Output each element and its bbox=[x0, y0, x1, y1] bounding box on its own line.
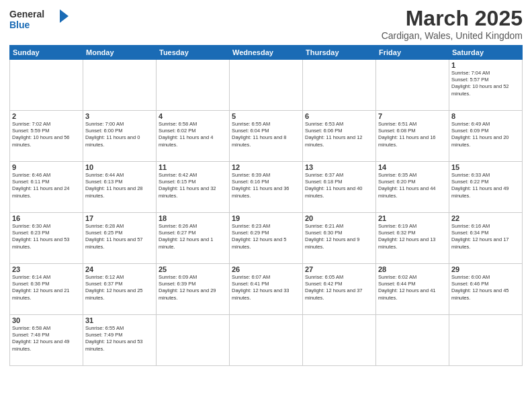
day-17: 17 Sunrise: 6:28 AMSunset: 6:25 PMDaylig… bbox=[83, 213, 157, 264]
day-2: 2 Sunrise: 7:02 AMSunset: 5:59 PMDayligh… bbox=[10, 111, 83, 162]
subtitle: Cardigan, Wales, United Kingdom bbox=[382, 30, 523, 41]
table-row: 30 Sunrise: 6:58 AMSunset: 7:48 PMDaylig… bbox=[10, 315, 523, 366]
header-friday: Friday bbox=[376, 46, 449, 60]
empty-cell bbox=[157, 315, 230, 366]
svg-marker-2 bbox=[60, 9, 69, 23]
empty-cell bbox=[230, 315, 303, 366]
header-wednesday: Wednesday bbox=[230, 46, 303, 60]
header-sunday: Sunday bbox=[10, 46, 83, 60]
empty-cell bbox=[303, 315, 376, 366]
day-15: 15 Sunrise: 6:33 AMSunset: 6:22 PMDaylig… bbox=[449, 162, 523, 213]
day-19: 19 Sunrise: 6:23 AMSunset: 6:29 PMDaylig… bbox=[230, 213, 303, 264]
calendar: Sunday Monday Tuesday Wednesday Thursday… bbox=[9, 45, 523, 366]
empty-cell bbox=[230, 60, 303, 111]
day-7: 7 Sunrise: 6:51 AMSunset: 6:08 PMDayligh… bbox=[376, 111, 449, 162]
day-13: 13 Sunrise: 6:37 AMSunset: 6:18 PMDaylig… bbox=[303, 162, 376, 213]
empty-cell bbox=[157, 60, 230, 111]
day-10: 10 Sunrise: 6:44 AMSunset: 6:13 PMDaylig… bbox=[83, 162, 157, 213]
day-16: 16 Sunrise: 6:30 AMSunset: 6:23 PMDaylig… bbox=[10, 213, 83, 264]
day-30: 30 Sunrise: 6:58 AMSunset: 7:48 PMDaylig… bbox=[10, 315, 83, 366]
day-25: 25 Sunrise: 6:09 AMSunset: 6:39 PMDaylig… bbox=[157, 264, 230, 315]
empty-cell bbox=[83, 60, 157, 111]
logo: General Blue bbox=[9, 7, 70, 32]
table-row: 23 Sunrise: 6:14 AMSunset: 6:36 PMDaylig… bbox=[10, 264, 523, 315]
header-thursday: Thursday bbox=[303, 46, 376, 60]
day-22: 22 Sunrise: 6:16 AMSunset: 6:34 PMDaylig… bbox=[449, 213, 523, 264]
empty-cell bbox=[376, 60, 449, 111]
header-tuesday: Tuesday bbox=[157, 46, 230, 60]
page: General Blue March 2025 Cardigan, Wales,… bbox=[0, 0, 532, 411]
weekday-header-row: Sunday Monday Tuesday Wednesday Thursday… bbox=[10, 46, 523, 60]
table-row: 1 Sunrise: 7:04 AM Sunset: 5:57 PM Dayli… bbox=[10, 60, 523, 111]
day-26: 26 Sunrise: 6:07 AMSunset: 6:41 PMDaylig… bbox=[230, 264, 303, 315]
header-monday: Monday bbox=[83, 46, 157, 60]
day-6: 6 Sunrise: 6:53 AMSunset: 6:06 PMDayligh… bbox=[303, 111, 376, 162]
day-9: 9 Sunrise: 6:46 AMSunset: 6:11 PMDayligh… bbox=[10, 162, 83, 213]
day-21: 21 Sunrise: 6:19 AMSunset: 6:32 PMDaylig… bbox=[376, 213, 449, 264]
month-title: March 2025 bbox=[382, 7, 523, 30]
day-29: 29 Sunrise: 6:00 AMSunset: 6:46 PMDaylig… bbox=[449, 264, 523, 315]
day-18: 18 Sunrise: 6:26 AMSunset: 6:27 PMDaylig… bbox=[157, 213, 230, 264]
day-12: 12 Sunrise: 6:39 AMSunset: 6:16 PMDaylig… bbox=[230, 162, 303, 213]
day-1: 1 Sunrise: 7:04 AM Sunset: 5:57 PM Dayli… bbox=[449, 60, 523, 111]
day-28: 28 Sunrise: 6:02 AMSunset: 6:44 PMDaylig… bbox=[376, 264, 449, 315]
day-3: 3 Sunrise: 7:00 AMSunset: 6:00 PMDayligh… bbox=[83, 111, 157, 162]
empty-cell bbox=[376, 315, 449, 366]
table-row: 9 Sunrise: 6:46 AMSunset: 6:11 PMDayligh… bbox=[10, 162, 523, 213]
empty-cell bbox=[303, 60, 376, 111]
day-11: 11 Sunrise: 6:42 AMSunset: 6:15 PMDaylig… bbox=[157, 162, 230, 213]
day-20: 20 Sunrise: 6:21 AMSunset: 6:30 PMDaylig… bbox=[303, 213, 376, 264]
day-4: 4 Sunrise: 6:58 AMSunset: 6:02 PMDayligh… bbox=[157, 111, 230, 162]
header-saturday: Saturday bbox=[449, 46, 523, 60]
empty-cell bbox=[449, 315, 523, 366]
day-14: 14 Sunrise: 6:35 AMSunset: 6:20 PMDaylig… bbox=[376, 162, 449, 213]
day-23: 23 Sunrise: 6:14 AMSunset: 6:36 PMDaylig… bbox=[10, 264, 83, 315]
day-27: 27 Sunrise: 6:05 AMSunset: 6:42 PMDaylig… bbox=[303, 264, 376, 315]
logo-svg: General Blue bbox=[9, 7, 70, 32]
day-5: 5 Sunrise: 6:55 AMSunset: 6:04 PMDayligh… bbox=[230, 111, 303, 162]
svg-text:Blue: Blue bbox=[9, 19, 30, 30]
day-31: 31 Sunrise: 6:55 AMSunset: 7:49 PMDaylig… bbox=[83, 315, 157, 366]
header: General Blue March 2025 Cardigan, Wales,… bbox=[9, 7, 523, 41]
day-24: 24 Sunrise: 6:12 AMSunset: 6:37 PMDaylig… bbox=[83, 264, 157, 315]
day-8: 8 Sunrise: 6:49 AMSunset: 6:09 PMDayligh… bbox=[449, 111, 523, 162]
svg-text:General: General bbox=[9, 9, 44, 19]
table-row: 2 Sunrise: 7:02 AMSunset: 5:59 PMDayligh… bbox=[10, 111, 523, 162]
table-row: 16 Sunrise: 6:30 AMSunset: 6:23 PMDaylig… bbox=[10, 213, 523, 264]
empty-cell bbox=[10, 60, 83, 111]
title-block: March 2025 Cardigan, Wales, United Kingd… bbox=[382, 7, 523, 41]
